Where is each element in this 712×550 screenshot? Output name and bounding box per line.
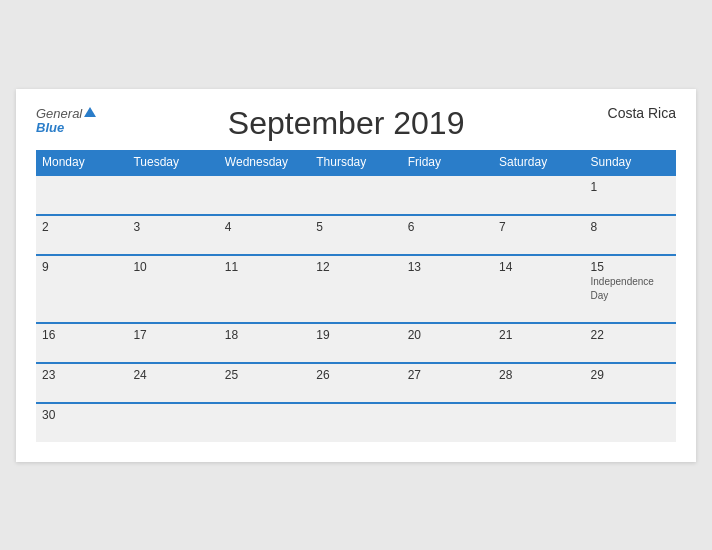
day-number: 25 [225, 368, 238, 382]
calendar-day-cell: 17 [127, 323, 218, 363]
day-number: 13 [408, 260, 421, 274]
day-number: 19 [316, 328, 329, 342]
calendar-day-cell: 11 [219, 255, 310, 323]
calendar-day-cell: 25 [219, 363, 310, 403]
calendar-day-cell: 18 [219, 323, 310, 363]
day-event: Independence Day [591, 276, 654, 301]
day-number: 2 [42, 220, 49, 234]
calendar-thead: Monday Tuesday Wednesday Thursday Friday… [36, 150, 676, 175]
calendar-week-row: 30 [36, 403, 676, 442]
calendar-title: September 2019 [96, 105, 596, 142]
calendar-week-row: 9101112131415Independence Day [36, 255, 676, 323]
col-tuesday: Tuesday [127, 150, 218, 175]
calendar-day-cell: 22 [585, 323, 676, 363]
calendar-day-cell: 15Independence Day [585, 255, 676, 323]
day-number: 27 [408, 368, 421, 382]
calendar-day-cell [127, 403, 218, 442]
calendar-day-cell: 30 [36, 403, 127, 442]
calendar-day-cell: 29 [585, 363, 676, 403]
logo-blue: Blue [36, 121, 96, 134]
col-friday: Friday [402, 150, 493, 175]
col-wednesday: Wednesday [219, 150, 310, 175]
calendar-container: General Blue September 2019 Costa Rica M… [16, 89, 696, 462]
col-saturday: Saturday [493, 150, 584, 175]
calendar-day-cell: 8 [585, 215, 676, 255]
calendar-header: General Blue September 2019 Costa Rica [36, 105, 676, 142]
calendar-day-cell: 24 [127, 363, 218, 403]
day-number: 9 [42, 260, 49, 274]
calendar-day-cell [402, 175, 493, 215]
calendar-day-cell [310, 403, 401, 442]
day-number: 18 [225, 328, 238, 342]
calendar-day-cell: 5 [310, 215, 401, 255]
day-number: 30 [42, 408, 55, 422]
calendar-body: 123456789101112131415Independence Day161… [36, 175, 676, 442]
calendar-week-row: 16171819202122 [36, 323, 676, 363]
calendar-week-row: 1 [36, 175, 676, 215]
logo-triangle-icon [84, 107, 96, 117]
day-number: 28 [499, 368, 512, 382]
calendar-day-cell [493, 175, 584, 215]
calendar-day-cell: 23 [36, 363, 127, 403]
day-number: 24 [133, 368, 146, 382]
day-number: 1 [591, 180, 598, 194]
day-number: 8 [591, 220, 598, 234]
calendar-day-cell [127, 175, 218, 215]
calendar-day-cell: 1 [585, 175, 676, 215]
calendar-day-cell [219, 175, 310, 215]
calendar-day-cell: 9 [36, 255, 127, 323]
day-number: 7 [499, 220, 506, 234]
calendar-table: Monday Tuesday Wednesday Thursday Friday… [36, 150, 676, 442]
day-number: 11 [225, 260, 238, 274]
calendar-day-cell [493, 403, 584, 442]
day-number: 5 [316, 220, 323, 234]
weekday-header-row: Monday Tuesday Wednesday Thursday Friday… [36, 150, 676, 175]
country-label: Costa Rica [596, 105, 676, 121]
day-number: 15 [591, 260, 604, 274]
calendar-day-cell: 14 [493, 255, 584, 323]
day-number: 29 [591, 368, 604, 382]
day-number: 12 [316, 260, 329, 274]
day-number: 23 [42, 368, 55, 382]
day-number: 17 [133, 328, 146, 342]
calendar-day-cell: 27 [402, 363, 493, 403]
calendar-week-row: 23242526272829 [36, 363, 676, 403]
day-number: 22 [591, 328, 604, 342]
day-number: 10 [133, 260, 146, 274]
col-thursday: Thursday [310, 150, 401, 175]
calendar-day-cell: 6 [402, 215, 493, 255]
day-number: 26 [316, 368, 329, 382]
calendar-day-cell: 10 [127, 255, 218, 323]
calendar-day-cell [310, 175, 401, 215]
calendar-day-cell: 3 [127, 215, 218, 255]
day-number: 3 [133, 220, 140, 234]
calendar-day-cell: 13 [402, 255, 493, 323]
day-number: 4 [225, 220, 232, 234]
calendar-day-cell: 20 [402, 323, 493, 363]
calendar-day-cell: 19 [310, 323, 401, 363]
day-number: 6 [408, 220, 415, 234]
calendar-day-cell [585, 403, 676, 442]
calendar-day-cell: 26 [310, 363, 401, 403]
logo-general: General [36, 105, 96, 121]
day-number: 16 [42, 328, 55, 342]
calendar-week-row: 2345678 [36, 215, 676, 255]
day-number: 14 [499, 260, 512, 274]
calendar-day-cell [36, 175, 127, 215]
col-sunday: Sunday [585, 150, 676, 175]
calendar-day-cell [402, 403, 493, 442]
calendar-day-cell: 2 [36, 215, 127, 255]
day-number: 21 [499, 328, 512, 342]
calendar-day-cell [219, 403, 310, 442]
calendar-day-cell: 4 [219, 215, 310, 255]
calendar-day-cell: 16 [36, 323, 127, 363]
col-monday: Monday [36, 150, 127, 175]
calendar-day-cell: 7 [493, 215, 584, 255]
calendar-day-cell: 12 [310, 255, 401, 323]
calendar-day-cell: 28 [493, 363, 584, 403]
day-number: 20 [408, 328, 421, 342]
logo: General Blue [36, 105, 96, 134]
calendar-day-cell: 21 [493, 323, 584, 363]
